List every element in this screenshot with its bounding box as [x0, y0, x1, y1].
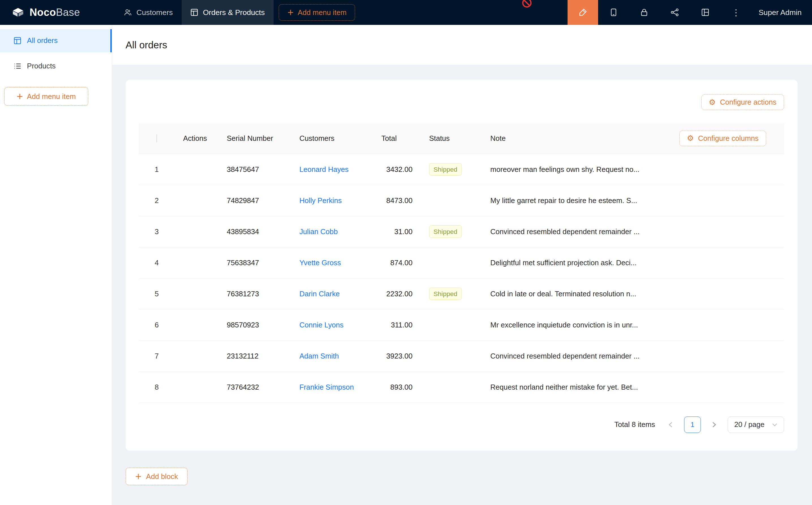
select-all-checkbox[interactable] [156, 134, 157, 143]
highlighter-icon [578, 8, 587, 17]
customer-link[interactable]: Adam Smith [299, 352, 339, 360]
table-row[interactable]: 1 38475647 Leonard Hayes 3432.00 Shipped… [139, 154, 784, 185]
status-cell: Shipped [420, 225, 480, 238]
logo[interactable]: NocoBase [0, 6, 115, 19]
column-header-total: Total [373, 134, 420, 143]
row-index: 4 [139, 259, 174, 267]
pagination-prev-button[interactable] [663, 416, 678, 433]
serial-cell: 74829847 [218, 196, 291, 205]
gear-icon: ⚙ [709, 99, 716, 106]
pagination-next-button[interactable] [707, 416, 721, 433]
sidebar-item-label: Products [27, 62, 55, 70]
table-row[interactable]: 6 98570923 Connie Lyons 311.00 Mr excell… [139, 310, 784, 341]
nav-item-customers[interactable]: Customers [115, 0, 182, 25]
select-all-cell [139, 134, 174, 143]
mobile-icon [610, 8, 618, 16]
top-nav: Customers Orders & Products [115, 0, 274, 25]
chevron-left-icon [668, 422, 673, 428]
lock-icon [640, 8, 648, 16]
row-index: 6 [139, 321, 174, 329]
sidebar-item-products[interactable]: Products [0, 54, 112, 78]
header-add-menu-item-label: Add menu item [298, 8, 347, 17]
orders-table-block: ⚙ Configure actions Actions Serial Numbe… [126, 80, 798, 451]
customer-link[interactable]: Frankie Simpson [299, 383, 354, 391]
more-icon: ⋮ [732, 7, 740, 18]
status-badge: Shipped [429, 225, 462, 238]
total-cell: 3923.00 [373, 352, 420, 360]
table-row[interactable]: 4 75638347 Yvette Gross 874.00 Delightfu… [139, 247, 784, 279]
note-cell: Delightful met sufficient projection ask… [480, 259, 662, 267]
more-button[interactable]: ⋮ [721, 0, 751, 25]
column-header-serial: Serial Number [218, 134, 291, 143]
configure-columns-button[interactable]: ⚙ Configure columns [679, 131, 766, 146]
serial-cell: 38475647 [218, 165, 291, 174]
customer-link[interactable]: Leonard Hayes [299, 165, 349, 173]
header-add-menu-item-button[interactable]: Add menu item [279, 4, 355, 21]
column-header-actions: Actions [174, 134, 218, 143]
total-cell: 311.00 [373, 321, 420, 329]
chevron-right-icon [711, 422, 717, 428]
page-header: All orders [112, 25, 812, 65]
total-cell: 31.00 [373, 228, 420, 236]
customer-link[interactable]: Holly Perkins [299, 196, 342, 204]
note-cell: Request norland neither mistake for yet.… [480, 383, 662, 391]
sidebar: All orders Products Add menu item [0, 25, 112, 505]
page-size-value: 20 / page [734, 420, 765, 429]
all-orders-table-icon [14, 37, 21, 45]
user-menu[interactable]: Super Admin [751, 8, 812, 17]
table-row[interactable]: 2 74829847 Holly Perkins 8473.00 My litt… [139, 185, 784, 216]
nav-item-orders-products[interactable]: Orders & Products [182, 0, 274, 25]
pagination-page-1[interactable]: 1 [684, 416, 701, 433]
orders-table: Actions Serial Number Customers Total St… [139, 123, 784, 403]
page-size-select[interactable]: 20 / page [728, 416, 784, 433]
note-cell: Convinced resembled dependent remainder … [480, 228, 662, 236]
sidebar-item-all-orders[interactable]: All orders [0, 29, 112, 52]
configure-actions-button[interactable]: ⚙ Configure actions [701, 95, 784, 110]
layout-template-button[interactable] [690, 0, 721, 25]
serial-cell: 75638347 [218, 259, 291, 267]
serial-cell: 73764232 [218, 383, 291, 391]
table-header-row: Actions Serial Number Customers Total St… [139, 123, 784, 154]
add-block-label: Add block [146, 473, 178, 481]
total-cell: 893.00 [373, 383, 420, 391]
plus-icon [135, 473, 141, 480]
table-row[interactable]: 3 43895834 Julian Cobb 31.00 Shipped Con… [139, 216, 784, 247]
sidebar-item-label: All orders [27, 36, 57, 45]
table-row[interactable]: 7 23132112 Adam Smith 3923.00 Convinced … [139, 341, 784, 372]
note-cell: Convinced resembled dependent remainder … [480, 352, 662, 360]
nav-item-label: Orders & Products [203, 8, 265, 17]
table-row[interactable]: 8 73764232 Frankie Simpson 893.00 Reques… [139, 372, 784, 403]
status-cell: Shipped [420, 163, 480, 176]
note-cell: moreover man feelings own shy. Request n… [480, 165, 662, 174]
row-index: 5 [139, 290, 174, 298]
table-toolbar: ⚙ Configure actions [139, 95, 784, 110]
sidebar-add-menu-item-button[interactable]: Add menu item [4, 87, 88, 106]
configure-columns-cell: ⚙ Configure columns [662, 131, 784, 146]
mobile-preview-button[interactable] [598, 0, 629, 25]
column-header-note: Note [480, 134, 662, 143]
ui-editor-button[interactable] [567, 0, 598, 25]
lock-button[interactable] [629, 0, 660, 25]
pagination: Total 8 items 1 20 / page [139, 416, 784, 433]
table-row[interactable]: 5 76381273 Darin Clarke 2232.00 Shipped … [139, 279, 784, 310]
api-button[interactable] [660, 0, 690, 25]
customer-link[interactable]: Connie Lyons [299, 321, 344, 329]
row-index: 3 [139, 228, 174, 236]
logo-text: NocoBase [30, 6, 80, 18]
status-badge: Shipped [429, 163, 462, 176]
orders-products-icon [190, 8, 198, 16]
customer-link[interactable]: Yvette Gross [299, 259, 341, 267]
total-cell: 874.00 [373, 259, 420, 267]
row-index: 2 [139, 196, 174, 205]
total-cell: 3432.00 [373, 165, 420, 174]
customer-link[interactable]: Darin Clarke [299, 290, 340, 298]
main-area: All orders ⚙ Configure actions Actions S… [112, 25, 812, 505]
page-title: All orders [126, 39, 167, 51]
customer-link[interactable]: Julian Cobb [299, 228, 338, 235]
api-icon [671, 8, 679, 16]
column-header-customers: Customers [291, 134, 373, 143]
add-block-button[interactable]: Add block [126, 468, 187, 485]
row-index: 7 [139, 352, 174, 360]
gear-icon: ⚙ [687, 134, 694, 142]
content: ⚙ Configure actions Actions Serial Numbe… [112, 65, 812, 485]
